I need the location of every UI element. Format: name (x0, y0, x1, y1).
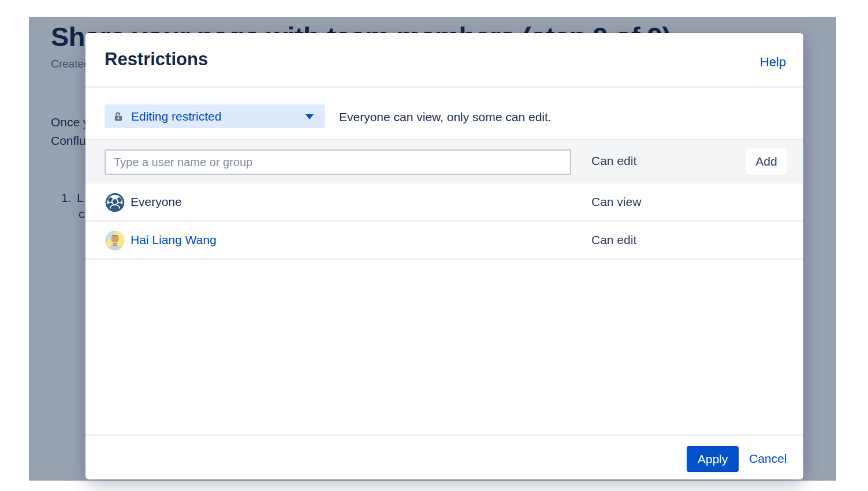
user-search-input[interactable] (105, 149, 571, 175)
restrictions-dialog: Restrictions Help Editing restricted Eve… (85, 33, 803, 479)
restriction-type-label: Editing restricted (131, 110, 221, 123)
cancel-button[interactable]: Cancel (749, 452, 787, 466)
header-divider (85, 87, 803, 88)
add-button[interactable]: Add (746, 148, 787, 175)
screen: Share your page with team members (step … (0, 0, 868, 491)
dialog-title: Restrictions (105, 49, 208, 70)
entry-name: Everyone (131, 195, 182, 209)
restriction-type-dropdown[interactable]: Editing restricted (105, 104, 325, 128)
user-avatar (105, 230, 125, 251)
entry-permission[interactable]: Can edit (591, 233, 636, 247)
restriction-entries: Everyone Can view Hai Liang Wang (85, 183, 803, 260)
help-link[interactable]: Help (760, 55, 786, 70)
footer-divider (85, 434, 803, 436)
entry-row-user: Hai Liang Wang Can edit (85, 222, 803, 260)
group-icon (105, 192, 125, 213)
entry-name-link[interactable]: Hai Liang Wang (131, 233, 217, 247)
chevron-down-icon (306, 114, 314, 119)
unlock-icon (113, 111, 124, 122)
apply-button[interactable]: Apply (687, 446, 739, 472)
permission-select[interactable]: Can edit (591, 154, 636, 168)
entry-row-everyone: Everyone Can view (85, 183, 803, 222)
restriction-description: Everyone can view, only some can edit. (339, 110, 552, 124)
entry-permission[interactable]: Can view (591, 195, 641, 209)
add-restriction-row: Can edit Add (85, 139, 803, 183)
